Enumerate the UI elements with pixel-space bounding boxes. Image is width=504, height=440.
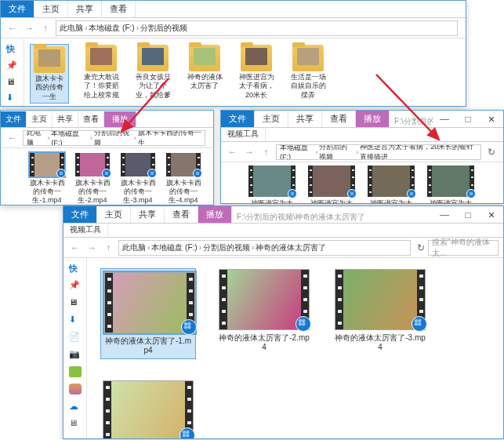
- minimize-icon[interactable]: —: [433, 111, 456, 127]
- video-thumbnail: [104, 272, 195, 333]
- nav-forward-icon[interactable]: →: [85, 241, 99, 255]
- tab-file[interactable]: 文件: [1, 1, 34, 17]
- quick-access-icon[interactable]: 快: [69, 263, 82, 274]
- tab-file[interactable]: 文件: [63, 206, 97, 223]
- window-title-path: F:\分割后的视频\神医进宫为太子看病，20米长的银针...: [390, 116, 433, 127]
- documents-icon[interactable]: [69, 332, 82, 343]
- video-list: 旗木卡卡西的传奇一生-1.mp4 旗木卡卡西的传奇一生-2.mp4 旗木卡卡西的…: [24, 148, 213, 205]
- tab-home[interactable]: 主页: [27, 111, 53, 127]
- video-thumbnail: [248, 165, 296, 197]
- breadcrumb-current[interactable]: 神奇的液体太厉害了: [256, 242, 326, 253]
- address-bar[interactable]: 本地磁盘 (F:)› 分割后的视频› 神医进宫为太子看病，20米长的银针直接插进: [276, 144, 481, 160]
- tab-home[interactable]: 主页: [97, 206, 131, 223]
- pin-icon[interactable]: [6, 60, 19, 71]
- close-icon[interactable]: ×: [480, 111, 503, 127]
- tab-file[interactable]: 文件: [1, 111, 27, 127]
- tab-view[interactable]: 查看: [102, 1, 136, 17]
- this-pc-icon[interactable]: [69, 418, 82, 429]
- tab-share[interactable]: 共享: [288, 111, 322, 127]
- pin-icon[interactable]: [69, 280, 82, 291]
- nav-up-icon[interactable]: ↑: [259, 145, 273, 159]
- nav-forward-icon[interactable]: →: [22, 21, 36, 35]
- folder-item[interactable]: 生活是一场自娱自乐的摆弄: [289, 45, 327, 100]
- video-badge-icon: [147, 169, 157, 178]
- folder-item[interactable]: 神医进宫为太子看病，20米长: [237, 45, 275, 100]
- video-label: 旗木卡卡西的传奇一生-4.mp4: [165, 179, 201, 204]
- maximize-icon[interactable]: □: [456, 111, 480, 127]
- maximize-icon[interactable]: □: [456, 207, 480, 223]
- video-item[interactable]: 神奇的液体太厉害了-3.mp4: [333, 269, 427, 352]
- video-item[interactable]: 神奇的液体太厉害了-4.mp4: [101, 380, 195, 438]
- folder-list: 旗木卡卡西的传奇一生 麦兜大敢说了！你要赔给上校常规 善良女孩只为让了个业，就给…: [24, 38, 466, 106]
- refresh-icon[interactable]: ↻: [488, 147, 495, 158]
- tab-share[interactable]: 共享: [68, 1, 102, 17]
- breadcrumb-current[interactable]: 旗木卡卡西的传奇一生: [138, 130, 201, 146]
- search-input[interactable]: 搜索"神奇的液体太...: [428, 240, 499, 256]
- tab-file[interactable]: 文件: [221, 111, 255, 127]
- video-item[interactable]: 神医进宫为太子...: [248, 165, 296, 203]
- nav-forward-icon[interactable]: →: [242, 145, 256, 159]
- app-shortcut-icon[interactable]: [69, 384, 82, 395]
- tab-play-group: 播放: [198, 206, 232, 223]
- video-label: 神奇的液体太厉害了-3.mp4: [333, 333, 427, 352]
- tab-video-tools[interactable]: 视频工具: [63, 223, 108, 237]
- downloads-icon[interactable]: [69, 315, 82, 325]
- breadcrumb-folder[interactable]: 分割后的视频: [140, 23, 187, 34]
- video-thumbnail: [30, 153, 64, 176]
- video-thumbnail: [121, 153, 155, 176]
- video-item[interactable]: 旗木卡卡西的传奇一生-3.mp4: [120, 153, 156, 204]
- onedrive-icon[interactable]: [69, 401, 82, 412]
- breadcrumb-current[interactable]: 神医进宫为太子看病，20米长的银针直接插进: [360, 144, 477, 160]
- video-label: 神医进宫为太子...: [367, 199, 415, 203]
- nav-back-icon[interactable]: ←: [5, 131, 20, 145]
- video-thumbnail: [308, 165, 355, 197]
- video-item[interactable]: 神医进宫为太子...: [426, 165, 475, 203]
- desktop-icon[interactable]: [6, 77, 19, 86]
- video-item[interactable]: 神奇的液体太厉害了-2.mp4: [217, 269, 311, 352]
- video-item[interactable]: 旗木卡卡西的传奇一生-4.mp4: [165, 153, 201, 204]
- tab-view[interactable]: 查看: [78, 111, 104, 127]
- refresh-icon[interactable]: ↻: [417, 242, 425, 253]
- app-shortcut-icon[interactable]: [69, 366, 82, 377]
- folder-item[interactable]: 旗木卡卡西的传奇一生: [31, 45, 68, 103]
- tab-share[interactable]: 共享: [131, 206, 165, 223]
- nav-up-icon[interactable]: ↑: [101, 241, 115, 255]
- nav-up-icon[interactable]: ↑: [38, 21, 53, 35]
- desktop-icon[interactable]: [69, 297, 82, 308]
- video-thumbnail: [335, 269, 426, 330]
- nav-back-icon[interactable]: ←: [5, 21, 20, 35]
- video-badge-icon: [179, 427, 195, 438]
- folder-item[interactable]: 麦兜大敢说了！你要赔给上校常规: [82, 45, 120, 100]
- tab-home[interactable]: 主页: [255, 111, 288, 127]
- address-bar[interactable]: 此电脑› 本地磁盘 (F:)› 分割后的视频› 神奇的液体太厉害了: [118, 240, 411, 256]
- explorer-window-liquid: 文件 主页 共享 查看 播放 F:\分割后的视频\神奇的液体太厉害了 — □ ×…: [63, 205, 504, 439]
- quick-access-sidebar: 快: [63, 258, 87, 438]
- address-bar[interactable]: 此电脑› 本地磁盘 (F:)› 分割后的视频: [56, 20, 458, 36]
- address-bar[interactable]: 此电脑› 本地磁盘 (F:)› 分割后的视频› 旗木卡卡西的传奇一生: [23, 130, 205, 146]
- minimize-icon[interactable]: —: [433, 207, 456, 223]
- downloads-icon[interactable]: [6, 93, 19, 103]
- breadcrumb-bar: ← 此电脑› 本地磁盘 (F:)› 分割后的视频› 旗木卡卡西的传奇一生: [1, 128, 213, 148]
- video-item[interactable]: 神医进宫为太子...: [367, 165, 415, 203]
- tab-view[interactable]: 查看: [322, 111, 356, 127]
- quick-access-icon[interactable]: 快: [6, 43, 19, 54]
- tab-home[interactable]: 主页: [34, 1, 68, 17]
- tab-share[interactable]: 共享: [53, 111, 78, 127]
- folder-item[interactable]: 善良女孩只为让了个业，就给爹: [134, 45, 172, 100]
- video-item[interactable]: 旗木卡卡西的传奇一生-2.mp4: [74, 153, 111, 204]
- video-item[interactable]: 神医进宫为太子...: [307, 165, 356, 203]
- video-item[interactable]: 旗木卡卡西的传奇一生-1.mp4: [29, 153, 65, 204]
- nav-back-icon[interactable]: ←: [68, 241, 82, 255]
- video-label: 旗木卡卡西的传奇一生-1.mp4: [29, 179, 65, 204]
- breadcrumb-pc[interactable]: 此电脑: [60, 23, 83, 34]
- video-item[interactable]: 神奇的液体太厉害了-1.mp4: [101, 269, 195, 358]
- folder-label: 生活是一场自娱自乐的摆弄: [289, 73, 327, 100]
- tab-video-tools[interactable]: 视频工具: [221, 127, 266, 141]
- tab-view[interactable]: 查看: [165, 206, 198, 223]
- folder-item[interactable]: 神奇的液体太厉害了: [186, 45, 223, 91]
- nav-back-icon[interactable]: ←: [226, 145, 240, 159]
- close-icon[interactable]: ×: [480, 207, 503, 223]
- video-badge-icon: [347, 189, 357, 198]
- breadcrumb-disk[interactable]: 本地磁盘 (F:): [89, 23, 134, 34]
- pictures-icon[interactable]: [69, 349, 82, 360]
